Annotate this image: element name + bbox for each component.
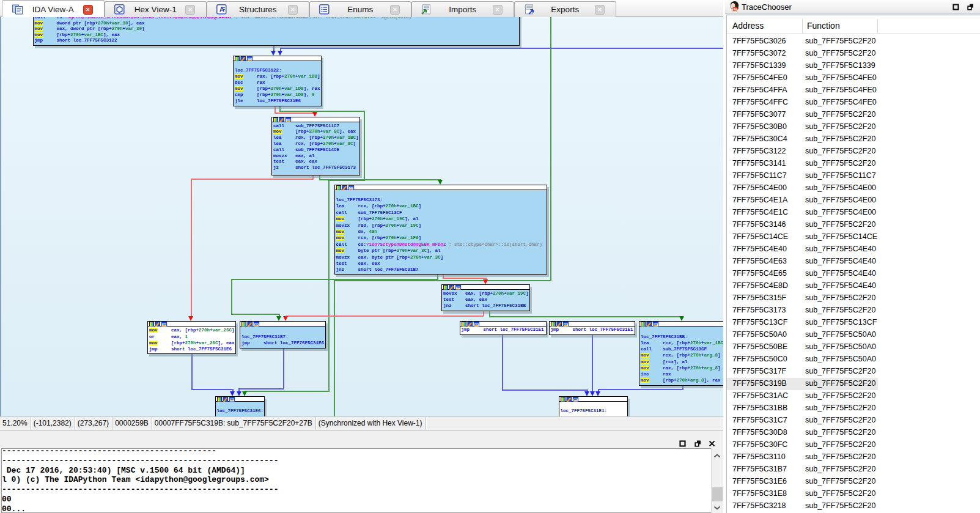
svg-text:64: 64 <box>734 8 737 11</box>
